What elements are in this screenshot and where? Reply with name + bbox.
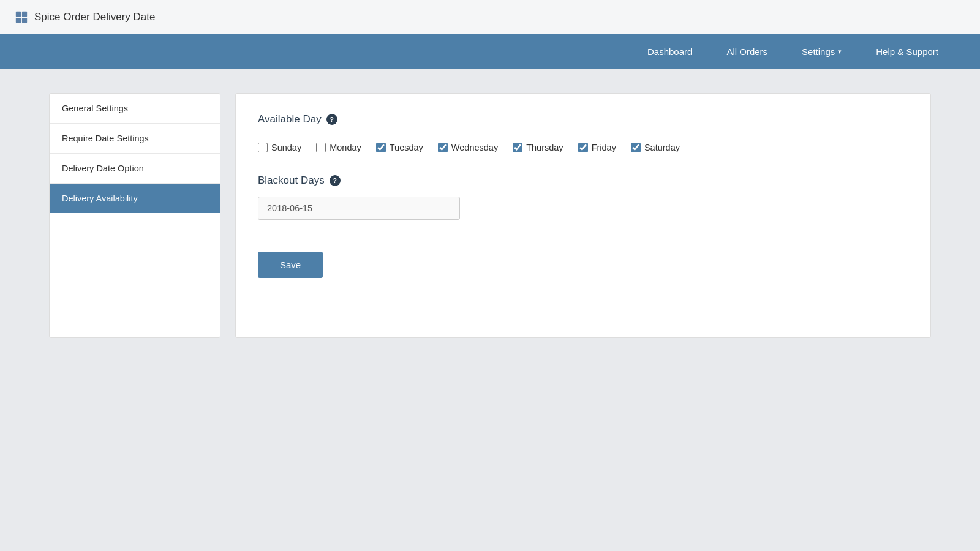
available-day-section-title: Available Day ? xyxy=(258,113,908,126)
sidebar-item-delivery-availability[interactable]: Delivery Availability xyxy=(50,184,220,213)
day-tuesday[interactable]: Tuesday xyxy=(376,143,423,152)
content-panel: Available Day ? Sunday Monday Tuesday We… xyxy=(235,93,931,338)
checkbox-friday[interactable] xyxy=(578,143,588,152)
day-sunday[interactable]: Sunday xyxy=(258,143,301,152)
day-thursday[interactable]: Thursday xyxy=(513,143,563,152)
checkbox-thursday[interactable] xyxy=(513,143,522,152)
blackout-days-title: Blackout Days ? xyxy=(258,174,908,187)
svg-rect-3 xyxy=(22,17,27,22)
main-content: General Settings Require Date Settings D… xyxy=(0,69,980,362)
nav-all-orders[interactable]: All Orders xyxy=(709,47,785,57)
checkbox-monday[interactable] xyxy=(316,143,326,152)
day-friday[interactable]: Friday xyxy=(578,143,616,152)
checkbox-tuesday[interactable] xyxy=(376,143,386,152)
blackout-days-section: Blackout Days ? xyxy=(258,174,908,220)
day-wednesday[interactable]: Wednesday xyxy=(438,143,498,152)
day-monday[interactable]: Monday xyxy=(316,143,361,152)
sidebar-item-general-settings[interactable]: General Settings xyxy=(50,94,220,124)
nav-bar: Dashboard All Orders Settings ▾ Help & S… xyxy=(0,34,980,69)
svg-rect-0 xyxy=(16,11,21,16)
nav-dashboard[interactable]: Dashboard xyxy=(630,47,709,57)
checkbox-sunday[interactable] xyxy=(258,143,268,152)
blackout-date-input[interactable] xyxy=(258,197,460,220)
app-logo-icon xyxy=(15,10,28,24)
sidebar: General Settings Require Date Settings D… xyxy=(49,93,221,338)
nav-help-support[interactable]: Help & Support xyxy=(859,47,956,57)
settings-dropdown-icon: ▾ xyxy=(838,48,842,56)
svg-rect-2 xyxy=(16,17,21,22)
available-day-help-icon[interactable]: ? xyxy=(326,114,337,125)
blackout-days-help-icon[interactable]: ? xyxy=(330,175,341,186)
app-title: Spice Order Delivery Date xyxy=(34,11,155,23)
day-saturday[interactable]: Saturday xyxy=(631,143,680,152)
save-section: Save xyxy=(258,242,908,278)
svg-rect-1 xyxy=(22,11,27,16)
checkbox-wednesday[interactable] xyxy=(438,143,448,152)
checkbox-saturday[interactable] xyxy=(631,143,641,152)
save-button[interactable]: Save xyxy=(258,252,323,278)
top-bar: Spice Order Delivery Date xyxy=(0,0,980,34)
sidebar-item-delivery-date-option[interactable]: Delivery Date Option xyxy=(50,154,220,184)
sidebar-item-require-date-settings[interactable]: Require Date Settings xyxy=(50,124,220,154)
nav-settings[interactable]: Settings ▾ xyxy=(785,47,859,57)
days-row: Sunday Monday Tuesday Wednesday Thursday… xyxy=(258,143,908,152)
